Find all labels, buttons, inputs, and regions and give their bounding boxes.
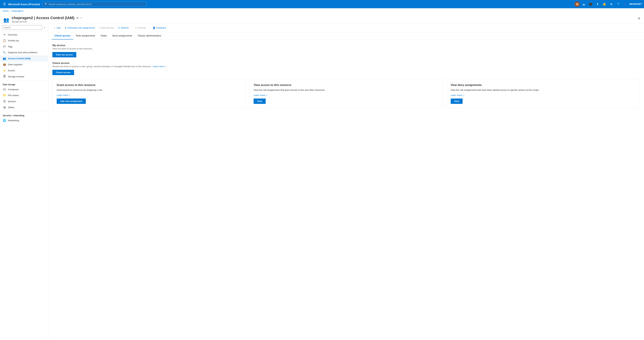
card-button-0[interactable]: Add role assignment xyxy=(57,98,86,104)
tab-roles[interactable]: Roles xyxy=(98,32,110,40)
sidebar-security: 🌐Networking xyxy=(0,118,48,124)
feedback-label: Feedback xyxy=(156,26,166,29)
card-title-0: Grant access to this resource xyxy=(57,84,242,87)
sidebar-data-storage: 🗃Containers📁File shares☰Queues⊞Tables xyxy=(0,86,48,110)
check-access-description: Review the level of access a user, group… xyxy=(52,65,640,68)
search-icon: 🔍 xyxy=(44,3,48,6)
tab-bar: Check accessRole assignmentsRolesDeny as… xyxy=(48,32,644,40)
refresh-label: Refresh xyxy=(121,26,129,29)
refresh-icon: ↻ xyxy=(118,26,120,29)
more-icon[interactable]: ··· xyxy=(80,16,82,20)
sidebar-search-input[interactable] xyxy=(2,25,42,30)
page-subtitle: Storage account xyxy=(12,20,82,23)
sidebar-item-storage-browser[interactable]: 🗄Storage browser xyxy=(0,74,48,80)
remove-button[interactable]: ✕ Remove xyxy=(133,26,148,30)
close-icon[interactable]: ✕ xyxy=(637,16,641,21)
sidebar-item-tables[interactable]: ⊞Tables xyxy=(0,104,48,110)
global-search-input[interactable] xyxy=(48,3,144,6)
sidebar-nav: ≡Overview📋Activity log🏷Tags🔧Diagnose and… xyxy=(0,32,48,80)
toolbar: ＋ Add ⬇ Download role assignments ≡ Edit… xyxy=(48,24,644,32)
global-search[interactable]: 🔍 xyxy=(43,2,146,6)
card-0: Grant access to this resource Grant acce… xyxy=(52,79,246,108)
refresh-button[interactable]: ↻ Refresh xyxy=(116,26,130,30)
feedback-icon: 👤 xyxy=(153,26,156,29)
card-title-1: View access to this resource xyxy=(254,84,438,87)
sidebar-collapse-button[interactable]: « xyxy=(43,26,46,30)
sidebar-item-networking[interactable]: 🌐Networking xyxy=(0,118,48,124)
card-desc-1: View the role assignments that grant acc… xyxy=(254,89,438,96)
download-icon: ⬇ xyxy=(64,26,66,29)
tab-check-access[interactable]: Check access xyxy=(52,32,73,40)
help-icon[interactable]: ? xyxy=(615,1,621,7)
page-title-area: chepragen2 | Access Control (IAM) ☆ ··· … xyxy=(12,16,82,23)
sidebar-item-access-control-iam[interactable]: 👥Access Control (IAM) xyxy=(0,56,48,62)
my-access-title: My access xyxy=(52,44,640,47)
sidebar-divider-1 xyxy=(0,80,48,80)
check-access-title: Check access xyxy=(52,62,640,64)
remove-label: Remove xyxy=(138,26,146,29)
download-button[interactable]: ⬇ Download role assignments xyxy=(63,26,97,30)
external-link-icon: ↗ xyxy=(165,66,166,68)
toolbar-separator-1 xyxy=(132,26,132,30)
cards-row: Grant access to this resource Grant acce… xyxy=(52,79,640,108)
add-icon: ＋ xyxy=(54,26,56,29)
sidebar-item-queues[interactable]: ☰Queues xyxy=(0,98,48,104)
edit-columns-label: Edit columns xyxy=(101,26,114,29)
sidebar: « ≡Overview📋Activity log🏷Tags🔧Diagnose a… xyxy=(0,24,48,340)
check-access-button[interactable]: Check access xyxy=(52,70,74,75)
check-access-section: Check access Review the level of access … xyxy=(52,62,640,75)
sidebar-item-containers[interactable]: 🗃Containers xyxy=(0,86,48,92)
my-access-section: My access View my level of access to thi… xyxy=(52,44,640,57)
add-button[interactable]: ＋ Add xyxy=(52,25,62,30)
sidebar-item-activity-log[interactable]: 📋Activity log xyxy=(0,38,48,44)
brand-label: Microsoft Azure (Preview) xyxy=(8,3,40,6)
page-title-actions: ☆ ··· xyxy=(76,16,82,20)
feedback-nav-icon[interactable]: 👤 xyxy=(622,1,628,7)
tab-classic-administrators[interactable]: Classic administrators xyxy=(135,32,164,40)
my-access-description: View my level of access to this resource… xyxy=(52,47,640,50)
card-button-1[interactable]: View xyxy=(254,98,266,104)
sidebar-data-storage-label: Data storage xyxy=(0,81,48,86)
sidebar-item-tags[interactable]: 🏷Tags xyxy=(0,44,48,50)
page-title: chepragen2 | Access Control (IAM) ☆ ··· xyxy=(12,16,82,20)
card-learn-more-2[interactable]: Learn more ↗ xyxy=(451,94,464,96)
sidebar-item-file-shares[interactable]: 📁File shares xyxy=(0,92,48,98)
view-my-access-button[interactable]: View my access xyxy=(52,52,76,57)
content-area: ＋ Add ⬇ Download role assignments ≡ Edit… xyxy=(48,24,644,340)
notification-icon[interactable]: 🔔 xyxy=(601,1,608,7)
terminal-icon[interactable]: ⬛ xyxy=(588,1,594,7)
card-button-2[interactable]: View xyxy=(451,98,462,104)
user-avatar[interactable]: 🐵 xyxy=(574,2,580,7)
tab-role-assignments[interactable]: Role assignments xyxy=(73,32,98,40)
nav-icons: 🐵 ☁ ⬛ ⬆ 🔔 ⚙ ? 👤 MICROSOFT xyxy=(574,1,642,7)
microsoft-label: MICROSOFT xyxy=(630,3,642,5)
hamburger-menu[interactable]: ☰ xyxy=(2,1,7,7)
sidebar-search-area: « xyxy=(0,24,48,32)
sidebar-item-overview[interactable]: ≡Overview xyxy=(0,32,48,38)
edit-columns-button[interactable]: ≡ Edit columns xyxy=(97,26,116,30)
card-learn-more-0[interactable]: Learn more ↗ xyxy=(57,94,70,96)
sidebar-security-label: Security + networking xyxy=(0,112,48,118)
card-desc-2: View the role assignments that have been… xyxy=(451,89,636,96)
add-label: Add xyxy=(56,26,60,29)
upload-icon[interactable]: ⬆ xyxy=(594,1,600,7)
feedback-button[interactable]: 👤 Feedback xyxy=(151,26,168,30)
page-icon: 👥 xyxy=(3,16,10,23)
card-title-2: View deny assignments xyxy=(451,84,636,87)
check-access-desc-text: Review the level of access a user, group… xyxy=(52,65,152,68)
card-learn-more-1[interactable]: Learn more ↗ xyxy=(254,94,267,96)
breadcrumb-home[interactable]: Home xyxy=(3,10,9,12)
sidebar-item-diagnose-and-solve-problems[interactable]: 🔧Diagnose and solve problems xyxy=(0,50,48,56)
breadcrumb-current[interactable]: chepragen2 xyxy=(12,10,24,12)
sidebar-item-data-migration[interactable]: 📦Data migration xyxy=(0,62,48,68)
cloud-icon[interactable]: ☁ xyxy=(580,1,587,7)
card-2: View deny assignments View the role assi… xyxy=(446,79,640,108)
breadcrumb-separator: › xyxy=(10,10,10,12)
remove-icon: ✕ xyxy=(135,26,137,29)
sidebar-item-events[interactable]: ⚡Events xyxy=(0,68,48,74)
sidebar-divider-2 xyxy=(0,111,48,111)
settings-icon[interactable]: ⚙ xyxy=(608,1,614,7)
check-access-learn-more-link[interactable]: Learn more xyxy=(153,65,164,68)
star-icon[interactable]: ☆ xyxy=(76,16,78,20)
tab-deny-assignments[interactable]: Deny assignments xyxy=(110,32,135,40)
